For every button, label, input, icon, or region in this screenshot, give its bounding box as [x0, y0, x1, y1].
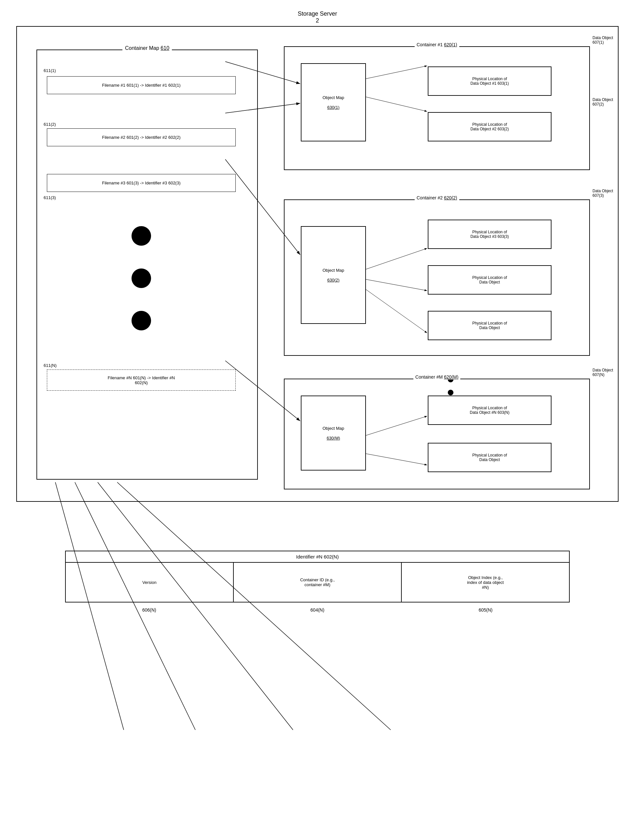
entry-row-1: Filename #1 601(1) -> Identifier #1 602(…	[47, 76, 236, 94]
identifier-section: Identifier #N 602(N) Version Container I…	[65, 551, 570, 612]
phys-loc-1-2: Physical Location of Data Object #2 603(…	[428, 112, 551, 141]
dot-3	[132, 311, 151, 330]
phys-loc-2-2: Physical Location of Data Object	[428, 265, 551, 294]
storage-server-box: Storage Server 2 Container Map 610 611(1…	[16, 26, 618, 502]
entry-label-n: 611(N)	[43, 363, 56, 368]
phys-loc-2-3: Physical Location of Data Object	[428, 311, 551, 340]
container-1-title: Container #1 620(1)	[415, 42, 459, 47]
id-cell-object-index: Object Index (e.g., index of data object…	[402, 563, 569, 602]
phys-loc-m-1: Physical Location of Data Object #N 603(…	[428, 396, 551, 425]
bottom-labels: 606(N) 604(N) 605(N)	[65, 607, 570, 612]
phys-loc-m-2: Physical Location of Data Object	[428, 443, 551, 472]
entry-row-3: Filename #3 601(3) -> Identifier #3 602(…	[47, 174, 236, 192]
identifier-cells: Version Container ID (e.g., container #M…	[66, 563, 569, 602]
container-m-title: Container #M 620(M)	[414, 375, 460, 380]
object-map-m: Object Map 630(M)	[301, 396, 366, 470]
container-1-box: Container #1 620(1) Object Map 630(1) Ph…	[284, 46, 590, 170]
entry-label-1: 611(1)	[43, 68, 56, 73]
object-map-1: Object Map 630(1)	[301, 63, 366, 141]
id-cell-container: Container ID (e.g., container #M)	[234, 563, 402, 602]
data-obj-1: Data Object 607(1)	[593, 36, 631, 45]
container-map-title: Container Map 610	[122, 45, 172, 51]
container-m-box: Container #M 620(M) Data Object 607(N) O…	[284, 379, 590, 489]
container-map-box: Container Map 610 611(1) Filename #1 601…	[37, 50, 258, 480]
dot-2	[132, 268, 151, 288]
data-obj-n: Data Object 607(N)	[593, 368, 631, 377]
data-obj-2: Data Object 607(2)	[593, 97, 631, 107]
page-wrapper: Storage Server 2 Container Map 610 611(1…	[0, 0, 641, 840]
storage-server-title: Storage Server 2	[298, 10, 337, 24]
phys-loc-2-1: Physical Location of Data Object #3 603(…	[428, 220, 551, 249]
phys-loc-1-1: Physical Location of Data Object #1 603(…	[428, 66, 551, 96]
dot-1	[132, 226, 151, 246]
identifier-outer-box: Identifier #N 602(N) Version Container I…	[65, 551, 570, 603]
data-obj-3: Data Object 607(3)	[593, 189, 631, 198]
entry-label-3: 611(3)	[43, 195, 56, 200]
id-cell-version: Version	[66, 563, 234, 602]
entry-row-n: Filename #N 601(N) -> Identifier #N 602(…	[47, 370, 236, 391]
object-map-2: Object Map 630(2)	[301, 226, 366, 324]
container-2-box: Container #2 620(2) Data Object 607(3) O…	[284, 199, 590, 356]
entry-label-2: 611(2)	[43, 122, 56, 127]
entry-row-2: Filename #2 601(2) -> Identifier #2 602(…	[47, 128, 236, 146]
identifier-title: Identifier #N 602(N)	[66, 551, 569, 563]
container-2-title: Container #2 620(2)	[415, 195, 459, 200]
